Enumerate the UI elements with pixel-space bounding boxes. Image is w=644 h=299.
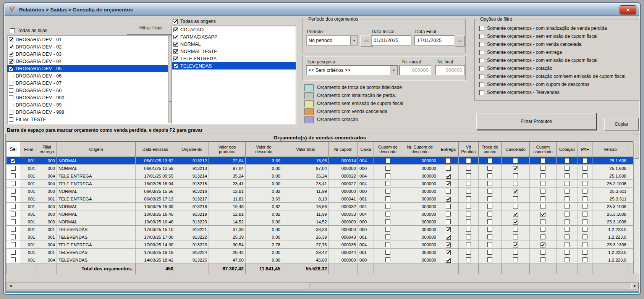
checkbox-icon[interactable]: [9, 103, 13, 107]
all-stores-checkbox-row[interactable]: Todas as lojas: [10, 28, 47, 33]
checkbox-icon[interactable]: [9, 45, 13, 49]
store-item[interactable]: DROGARIA DEV - 05: [7, 65, 175, 72]
next-period-button[interactable]: >>: [455, 36, 465, 46]
column-header-vd_perdida[interactable]: Vd Perdida: [459, 142, 479, 157]
row-select-checkbox-icon[interactable]: [11, 227, 16, 232]
column-header-filial[interactable]: Filial: [20, 142, 37, 157]
store-item[interactable]: DROGARIA DEV - 07: [7, 79, 175, 87]
checkbox-icon[interactable]: [479, 82, 484, 87]
origins-listbox[interactable]: COTACAOFARMACIASAPPNORMALNORMAL TESTETEL…: [172, 26, 296, 124]
origin-item[interactable]: TELE ENTREGA: [172, 55, 296, 62]
start-date-input[interactable]: 01/01/2025: [371, 35, 411, 45]
filter-option[interactable]: Somente orçamentos - cotação: [479, 66, 552, 71]
checkbox-icon[interactable]: [9, 52, 13, 57]
origin-item[interactable]: TELEVENDAS: [172, 62, 296, 69]
row-select-cell[interactable]: [6, 172, 20, 180]
column-header-valor_produtos[interactable]: Valor dos produtos: [209, 142, 246, 157]
nr-end-input[interactable]: 000000: [435, 65, 465, 75]
column-header-valor_desconto[interactable]: Valor do desconto: [246, 142, 282, 157]
checkbox-icon[interactable]: [173, 49, 178, 54]
filter-option[interactable]: Somente orçamentos - cotação com/sem emi…: [479, 74, 625, 79]
row-select-checkbox-icon[interactable]: [11, 196, 16, 201]
checkbox-icon[interactable]: [173, 64, 178, 68]
checkbox-icon[interactable]: [173, 57, 178, 61]
table-row[interactable]: 001000NORMAL10/03/25 15:3991321819,480,8…: [6, 203, 634, 210]
chevron-down-icon[interactable]: ▼: [390, 66, 397, 75]
checkbox-icon[interactable]: [9, 88, 13, 93]
table-row[interactable]: 001000NORMAL06/03/25 15:5691321612,810,8…: [6, 187, 634, 195]
table-row[interactable]: 001004TELE ENTREGA17/03/25 14:3091322330…: [6, 241, 634, 249]
checkbox-icon[interactable]: [173, 27, 178, 32]
store-item[interactable]: DROGARIA DEV - 998: [7, 108, 175, 116]
all-origins-checkbox-icon[interactable]: [173, 19, 178, 24]
column-header-sel[interactable]: Sel: [6, 142, 20, 157]
checkbox-icon[interactable]: [479, 50, 484, 55]
checkbox-icon[interactable]: [9, 59, 13, 64]
row-select-checkbox-icon[interactable]: [11, 204, 16, 209]
origin-item[interactable]: COTACAO: [172, 26, 296, 33]
row-select-cell[interactable]: [6, 226, 20, 233]
store-item[interactable]: DROGARIA DEV - 99: [7, 101, 175, 108]
row-select-checkbox-icon[interactable]: [11, 242, 16, 247]
filter-option[interactable]: Somente orçamentos - Televendas: [479, 90, 560, 95]
filter-products-button[interactable]: Filtrar Produtos: [476, 113, 597, 130]
store-item[interactable]: DROGARIA DEV - 01: [7, 36, 175, 43]
chevron-down-icon[interactable]: ▼: [350, 36, 358, 45]
column-header-versao[interactable]: Versão: [592, 142, 628, 157]
checkbox-icon[interactable]: [9, 81, 13, 86]
row-select-checkbox-icon[interactable]: [11, 173, 16, 178]
column-header-data_emissao[interactable]: Data emissão: [136, 142, 175, 157]
row-select-cell[interactable]: [6, 241, 20, 249]
checkbox-icon[interactable]: [479, 58, 484, 63]
copy-button[interactable]: Copiar: [604, 118, 639, 130]
column-header-troca_pontos[interactable]: Troca de pontos: [479, 142, 502, 157]
table-row[interactable]: 001004TELE ENTREGA17/01/25 09:5591321435…: [6, 172, 634, 180]
store-item[interactable]: DROGARIA DEV - 900: [7, 94, 175, 101]
column-header-origem[interactable]: Origem: [57, 142, 136, 157]
period-select[interactable]: No período ▼: [306, 36, 358, 45]
store-item[interactable]: DROGARIA DEV - 02: [7, 43, 175, 50]
origin-item[interactable]: FARMACIASAPP: [172, 33, 296, 40]
table-row[interactable]: 001000NORMAL10/03/25 16:4591321912,810,8…: [6, 210, 634, 218]
row-select-checkbox-icon[interactable]: [11, 257, 16, 262]
filter-option[interactable]: Somente orçamentos - sem emissão de cupo…: [479, 34, 597, 39]
store-item[interactable]: FILIAL TESTE: [7, 116, 175, 123]
table-row[interactable]: 001001TELEVENDAS17/03/25 17:0091322225,3…: [6, 233, 634, 241]
checkbox-icon[interactable]: [479, 90, 484, 95]
row-select-cell[interactable]: [6, 180, 20, 187]
row-select-cell[interactable]: [6, 218, 20, 226]
column-header-cotacao[interactable]: Cotação: [557, 142, 578, 157]
column-header-paf[interactable]: PAF: [578, 142, 592, 157]
table-row[interactable]: 001000NORMAL10/03/25 16:4691322014,520,0…: [6, 218, 634, 226]
column-header-cancelado[interactable]: Cancelado: [502, 142, 530, 157]
row-select-cell[interactable]: [6, 195, 20, 203]
row-select-checkbox-icon[interactable]: [11, 181, 16, 186]
nr-start-input[interactable]: 000000: [399, 65, 431, 75]
table-horizontal-scrollbar[interactable]: ◀ ▶: [6, 282, 639, 289]
scroll-right-arrow-icon[interactable]: ▶: [631, 283, 639, 289]
column-header-caixa[interactable]: Caixa: [358, 142, 374, 157]
column-header-cupom_desconto[interactable]: Cupom de desconto: [374, 142, 402, 157]
table-vertical-scrollbar[interactable]: [633, 142, 639, 273]
row-select-checkbox-icon[interactable]: [11, 158, 16, 163]
checkbox-icon[interactable]: [9, 95, 13, 100]
table-row[interactable]: 001001TELEVENDAS17/03/25 15:1091322137,3…: [6, 226, 634, 233]
store-item[interactable]: DROGARIA DEV - 03: [7, 50, 175, 58]
table-row[interactable]: 001004TELEVENDAS14/03/25 18:4291322547,0…: [6, 256, 634, 264]
table-row[interactable]: 001001TELEVENDAS17/03/25 18:1991322428,4…: [6, 249, 634, 256]
row-select-cell[interactable]: [6, 203, 20, 210]
row-select-checkbox-icon[interactable]: [11, 189, 16, 194]
row-select-checkbox-icon[interactable]: [11, 219, 16, 224]
origin-item[interactable]: NORMAL TESTE: [172, 48, 296, 55]
search-type-select[interactable]: << Sem critérios >> ▼: [306, 65, 398, 75]
row-select-cell[interactable]: [6, 187, 20, 195]
row-select-cell[interactable]: [6, 157, 20, 165]
row-select-checkbox-icon[interactable]: [11, 212, 16, 217]
checkbox-icon[interactable]: [173, 35, 178, 39]
store-item[interactable]: DROGARIA DEV - 04: [7, 58, 175, 65]
filter-option[interactable]: Somente orçamentos - com entrega: [479, 50, 562, 55]
checkbox-icon[interactable]: [479, 66, 484, 71]
column-header-nr_cupom[interactable]: Nr cupom: [329, 142, 358, 157]
checkbox-icon[interactable]: [9, 110, 13, 115]
store-item[interactable]: DROGARIA DEV - 06: [7, 72, 175, 79]
